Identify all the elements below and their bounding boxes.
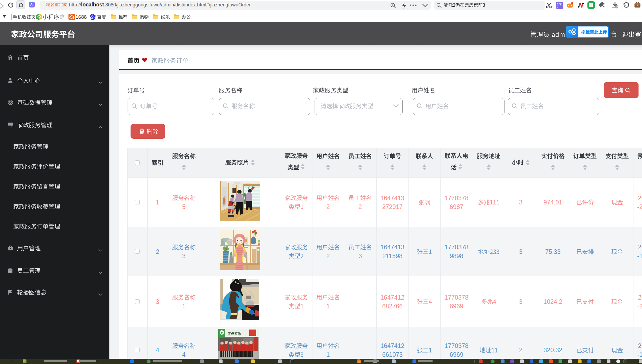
svg-text:P: P <box>38 16 40 18</box>
svg-text:du: du <box>91 17 94 20</box>
